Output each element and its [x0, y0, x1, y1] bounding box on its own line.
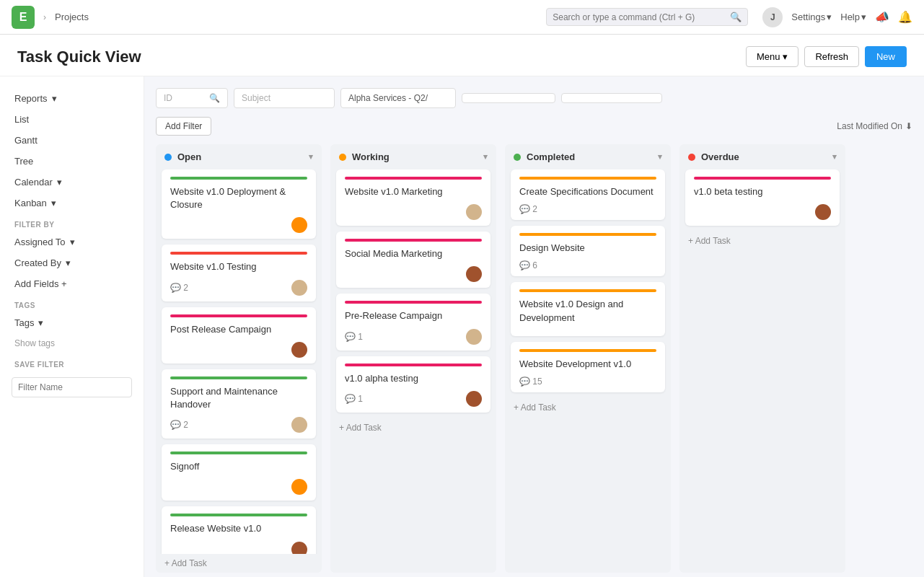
card-footer [170, 479, 307, 495]
card-title: Signoff [170, 460, 307, 473]
avatar [291, 479, 307, 495]
card-website-deployment[interactable]: Website v1.0 Deployment & Closure [162, 169, 316, 239]
page-title: Task Quick View [17, 48, 141, 66]
show-tags-link[interactable]: Show tags [0, 333, 144, 353]
settings-button[interactable]: Settings ▾ [791, 12, 832, 22]
card-footer [170, 542, 307, 555]
menu-button[interactable]: Menu ▾ [746, 46, 799, 67]
card-v1-beta[interactable]: v1.0 beta testing [685, 169, 840, 226]
assigned-to-filter[interactable]: Assigned To ▾ [0, 232, 144, 252]
card-create-specs[interactable]: Create Specifications Document 💬 2 [511, 169, 665, 220]
help-button[interactable]: Help ▾ [840, 12, 866, 22]
add-fields-button[interactable]: Add Fields + [0, 273, 144, 294]
column-overdue: Overdue ▾ v1.0 beta testing + Add Task [679, 144, 845, 573]
sidebar-item-reports[interactable]: Reports ▾ [0, 88, 144, 109]
priority-bar [345, 364, 482, 366]
sidebar-item-tree[interactable]: Tree [0, 151, 144, 172]
card-footer: 💬 2 [170, 280, 307, 296]
add-filter-button[interactable]: Add Filter [156, 117, 211, 136]
card-comments: 💬 15 [519, 376, 542, 387]
working-column-chevron[interactable]: ▾ [483, 152, 488, 162]
add-task-working[interactable]: + Add Task [330, 418, 496, 437]
working-cards: Website v1.0 Marketing Social Media Mark… [330, 169, 496, 418]
card-footer: 💬 2 [170, 417, 307, 433]
tags-filter[interactable]: Tags ▾ [0, 312, 144, 333]
sidebar-item-gantt[interactable]: Gantt [0, 130, 144, 151]
search-bar[interactable]: 🔍 [546, 8, 748, 26]
avatar [815, 204, 831, 220]
card-design-website[interactable]: Design Website 💬 6 [511, 226, 665, 276]
extra-filter-1[interactable] [462, 93, 555, 103]
card-title: Design Website [519, 242, 656, 255]
created-by-filter[interactable]: Created By ▾ [0, 252, 144, 273]
completed-column-chevron[interactable]: ▾ [658, 152, 662, 162]
card-website-design-dev[interactable]: Website v1.0 Design and Development [511, 282, 665, 335]
card-release-website[interactable]: Release Website v1.0 [162, 506, 316, 554]
open-column-chevron[interactable]: ▾ [309, 152, 313, 162]
search-input[interactable] [553, 12, 726, 22]
add-task-overdue[interactable]: + Add Task [679, 232, 845, 250]
bell-icon[interactable]: 🔔 [898, 10, 912, 24]
avatar [466, 266, 482, 282]
card-footer: 💬 6 [519, 260, 656, 270]
card-signoff[interactable]: Signoff [162, 444, 316, 501]
card-footer [345, 266, 482, 282]
card-comments: 💬 2 [170, 420, 188, 430]
megaphone-icon[interactable]: 📣 [875, 10, 889, 24]
column-overdue-header: Overdue ▾ [679, 144, 845, 169]
id-filter[interactable]: ID 🔍 [156, 88, 228, 108]
overdue-cards: v1.0 beta testing [679, 169, 845, 232]
card-website-dev[interactable]: Website Development v1.0 💬 15 [511, 342, 665, 392]
column-completed: Completed ▾ Create Specifications Docume… [505, 144, 671, 573]
card-comments: 💬 2 [519, 204, 537, 214]
column-open: Open ▾ Website v1.0 Deployment & Closure [156, 144, 322, 573]
project-filter[interactable]: Alpha Services - Q2/ [340, 88, 456, 108]
avatar [291, 280, 307, 296]
sidebar-item-kanban[interactable]: Kanban ▾ [0, 193, 144, 213]
card-website-marketing[interactable]: Website v1.0 Marketing [336, 169, 490, 226]
add-task-completed[interactable]: + Add Task [505, 398, 671, 417]
card-title: Pre-Release Campaign [345, 309, 482, 322]
priority-bar [170, 177, 307, 180]
tags-section: TAGS [0, 294, 144, 312]
refresh-button[interactable]: Refresh [804, 46, 859, 67]
content-area: ID 🔍 Subject Alpha Services - Q2/ Add Fi… [144, 76, 924, 577]
open-status-dot [164, 154, 172, 161]
breadcrumb: Projects [55, 12, 89, 22]
open-cards: Website v1.0 Deployment & Closure Websit… [156, 169, 322, 554]
card-footer: 💬 1 [345, 391, 482, 407]
extra-filter-2[interactable] [561, 93, 662, 103]
card-post-release[interactable]: Post Release Campaign [162, 307, 316, 364]
add-task-open[interactable]: + Add Task [156, 554, 322, 573]
card-comments: 💬 1 [345, 332, 363, 342]
priority-bar [519, 349, 656, 352]
overdue-column-chevron[interactable]: ▾ [832, 152, 837, 162]
sort-icon[interactable]: ⬇ [905, 121, 912, 131]
filter-name-input[interactable] [12, 377, 132, 397]
card-title: Post Release Campaign [170, 323, 307, 336]
card-website-testing[interactable]: Website v1.0 Testing 💬 2 [162, 245, 316, 301]
card-v1-alpha[interactable]: v1.0 alpha testing 💬 1 [336, 356, 490, 413]
avatar [291, 417, 307, 433]
card-support-maintenance[interactable]: Support and Maintenance Handover 💬 2 [162, 369, 316, 439]
app-logo: E [12, 6, 35, 29]
new-button[interactable]: New [865, 46, 907, 67]
card-title: Website Development v1.0 [519, 358, 656, 371]
avatar [291, 217, 307, 233]
sidebar-item-calendar[interactable]: Calendar ▾ [0, 172, 144, 193]
subject-filter[interactable]: Subject [234, 88, 335, 108]
card-social-media[interactable]: Social Media Marketing [336, 232, 490, 288]
completed-cards: Create Specifications Document 💬 2 Desig… [505, 169, 671, 398]
column-open-label: Open [177, 151, 201, 162]
priority-bar [345, 177, 482, 180]
card-title: Website v1.0 Design and Development [519, 298, 656, 324]
sidebar-item-list[interactable]: List [0, 109, 144, 130]
card-comments: 💬 1 [345, 394, 363, 404]
topnav: E › Projects 🔍 J Settings ▾ Help ▾ 📣 🔔 [0, 0, 924, 35]
working-status-dot [339, 154, 346, 161]
priority-bar [694, 177, 831, 180]
avatar [291, 542, 307, 555]
card-pre-release[interactable]: Pre-Release Campaign 💬 1 [336, 294, 490, 350]
priority-bar [170, 452, 307, 454]
column-completed-header: Completed ▾ [505, 144, 671, 169]
